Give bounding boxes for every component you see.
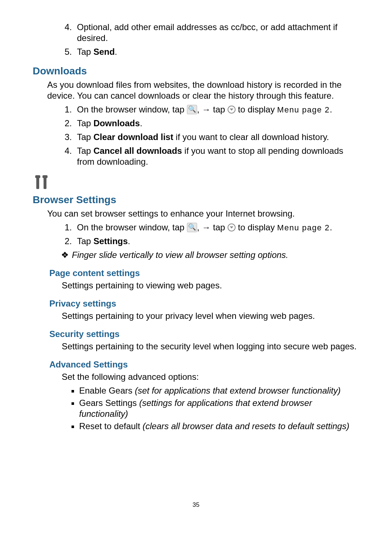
- list-item: 1. On the browser window, tap 🔍, → tap t…: [65, 104, 359, 115]
- advanced-settings-desc: Set the following advanced options:: [62, 371, 359, 382]
- marker: 4.: [65, 145, 72, 156]
- item-bold: Send: [93, 47, 115, 57]
- list-item: Gears Settings (settings for application…: [79, 398, 359, 419]
- bullet-lead: Enable Gears: [79, 386, 135, 395]
- item-pre: Tap: [77, 132, 93, 142]
- item-bold: Downloads: [93, 118, 140, 128]
- item-post: .: [140, 118, 142, 128]
- downloads-list: 1. On the browser window, tap 🔍, → tap t…: [65, 104, 359, 167]
- item-pre: Tap: [77, 236, 93, 246]
- marker: 2.: [65, 236, 72, 247]
- browser-settings-intro: You can set browser settings to enhance …: [47, 208, 359, 219]
- menu-icon: 🔍: [187, 105, 197, 114]
- dropdown-circle-icon: [228, 106, 236, 114]
- downloads-intro: As you download files from websites, the…: [47, 79, 359, 101]
- list-item: 4.Optional, add other email addresses as…: [65, 22, 359, 44]
- item-post: .: [115, 47, 117, 57]
- item-tail: .: [330, 222, 332, 232]
- list-item: 5.Tap Send.: [65, 46, 359, 57]
- item-tail: .: [330, 104, 332, 114]
- item-post: to display: [236, 222, 277, 232]
- advanced-settings-bullets: Enable Gears (set for applications that …: [79, 385, 359, 432]
- marker: 4.: [65, 22, 72, 33]
- marker: 3.: [65, 132, 72, 143]
- item-pre: Tap: [77, 146, 93, 156]
- settings-sliders-icon: [34, 175, 49, 192]
- item-mid: , → tap: [197, 104, 228, 114]
- menu-icon: 🔍: [187, 223, 197, 232]
- dropdown-circle-icon: [228, 223, 236, 231]
- bullet-ital: (clears all browser data and resets to d…: [143, 421, 350, 431]
- bullet-lead: Gears Settings: [79, 398, 139, 408]
- item-bold: Cancel all downloads: [93, 146, 182, 156]
- list-item: 3.Tap Clear download list if you want to…: [65, 132, 359, 143]
- item-pre: Tap: [77, 118, 93, 128]
- marker: 1.: [65, 222, 72, 233]
- item-text: Optional, add other email addresses as c…: [77, 22, 338, 43]
- item-bold: Clear download list: [93, 132, 173, 142]
- item-pre: On the browser window, tap: [77, 104, 187, 114]
- item-post: if you want to clear all download histor…: [173, 132, 329, 142]
- marker: 2.: [65, 118, 72, 129]
- security-settings-heading: Security settings: [49, 329, 359, 340]
- page-number: 35: [0, 501, 392, 509]
- bullet-lead: Reset to default: [79, 421, 143, 431]
- marker: 1.: [65, 104, 72, 115]
- browser-settings-heading: Browser Settings: [33, 193, 359, 206]
- list-item: Reset to default (clears all browser dat…: [79, 421, 359, 432]
- bullet-ital: (set for applications that extend browse…: [135, 386, 340, 395]
- item-mid: , → tap: [197, 222, 228, 232]
- item-pre: Tap: [77, 47, 93, 57]
- bullet-icon: ❖: [61, 250, 69, 260]
- tip-note: ❖Finger slide vertically to view all bro…: [61, 250, 359, 260]
- item-post: .: [128, 236, 130, 246]
- item-post: to display: [236, 104, 277, 114]
- list-item: 4.Tap Cancel all downloads if you want t…: [65, 145, 359, 167]
- tip-text: Finger slide vertically to view all brow…: [72, 250, 288, 260]
- item-spaced: Menu page 2: [277, 105, 330, 114]
- item-spaced: Menu page 2: [277, 223, 330, 232]
- advanced-settings-heading: Advanced Settings: [49, 359, 359, 370]
- downloads-heading: Downloads: [33, 65, 359, 77]
- list-item: 2.Tap Settings.: [65, 236, 359, 247]
- browser-settings-list: 1. On the browser window, tap 🔍, → tap t…: [65, 222, 359, 247]
- list-item: 1. On the browser window, tap 🔍, → tap t…: [65, 222, 359, 233]
- privacy-settings-desc: Settings pertaining to your privacy leve…: [62, 311, 359, 321]
- page-content-settings-desc: Settings pertaining to viewing web pages…: [62, 280, 359, 291]
- initial-list: 4.Optional, add other email addresses as…: [65, 22, 359, 57]
- item-bold: Settings: [93, 236, 128, 246]
- list-item: 2.Tap Downloads.: [65, 118, 359, 129]
- marker: 5.: [65, 46, 72, 57]
- list-item: Enable Gears (set for applications that …: [79, 385, 359, 396]
- item-pre: On the browser window, tap: [77, 222, 187, 232]
- security-settings-desc: Settings pertaining to the security leve…: [62, 341, 359, 352]
- privacy-settings-heading: Privacy settings: [49, 298, 359, 309]
- page-content-settings-heading: Page content settings: [49, 268, 359, 279]
